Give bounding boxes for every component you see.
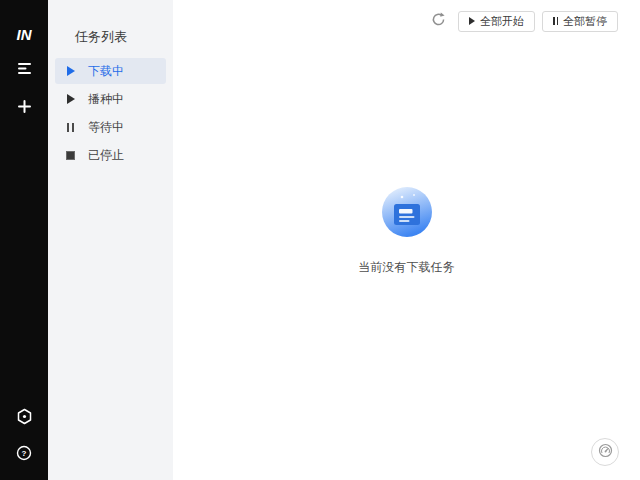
- play-icon: [65, 94, 76, 104]
- stop-icon: [65, 151, 76, 160]
- speed-limit-button[interactable]: [591, 438, 619, 466]
- empty-state: 当前没有下载任务: [173, 186, 640, 276]
- pause-icon: [65, 123, 76, 132]
- help-icon: ?: [16, 445, 32, 465]
- task-list-icon: [17, 61, 32, 79]
- toolbar: 全部开始 全部暂停: [427, 10, 618, 32]
- nav-item-downloading[interactable]: 下载中: [55, 58, 166, 84]
- refresh-icon: [430, 11, 447, 32]
- nav-item-label: 播种中: [88, 91, 124, 108]
- nav-item-seeding[interactable]: 播种中: [55, 86, 166, 112]
- speed-gauge-icon: [597, 442, 614, 463]
- add-task-button[interactable]: [0, 97, 48, 119]
- pause-all-label: 全部暂停: [563, 14, 607, 29]
- start-all-button[interactable]: 全部开始: [458, 11, 535, 32]
- panel-title: 任务列表: [75, 28, 127, 46]
- app-window: IN: [0, 0, 640, 480]
- task-status-nav: 下载中 播种中 等待中 已停止: [48, 58, 173, 170]
- settings-icon: [16, 408, 33, 429]
- nav-item-label: 等待中: [88, 119, 124, 136]
- settings-button[interactable]: [0, 407, 48, 429]
- refresh-button[interactable]: [427, 10, 449, 32]
- play-icon: [65, 66, 76, 76]
- pause-icon: [553, 17, 558, 25]
- task-list-nav-button[interactable]: [0, 59, 48, 81]
- nav-item-label: 已停止: [88, 147, 124, 164]
- main-content: 全部开始 全部暂停: [173, 0, 640, 480]
- app-logo: IN: [0, 26, 48, 43]
- start-all-label: 全部开始: [480, 14, 524, 29]
- pause-all-button[interactable]: 全部暂停: [542, 11, 618, 32]
- left-rail: IN: [0, 0, 48, 480]
- empty-state-message: 当前没有下载任务: [173, 259, 640, 276]
- help-button[interactable]: ?: [0, 444, 48, 466]
- task-panel: 任务列表 下载中 播种中 等待中 已停止: [48, 0, 173, 480]
- add-task-icon: [17, 99, 32, 118]
- nav-item-stopped[interactable]: 已停止: [55, 142, 166, 168]
- svg-text:?: ?: [22, 449, 27, 458]
- nav-item-waiting[interactable]: 等待中: [55, 114, 166, 140]
- empty-state-document-icon: [381, 224, 433, 241]
- play-icon: [469, 17, 475, 25]
- nav-item-label: 下载中: [88, 63, 124, 80]
